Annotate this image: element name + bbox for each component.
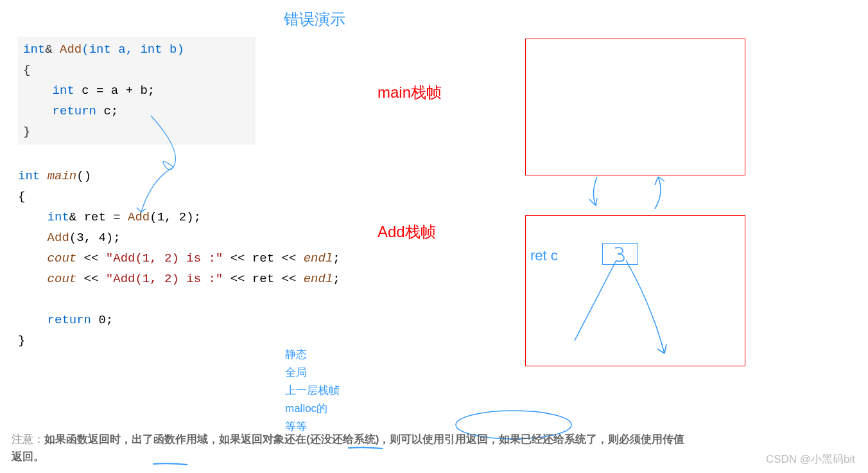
label-main-frame: main栈帧 [378, 82, 442, 103]
error-demo-title: 错误演示 [284, 9, 345, 30]
note-text: 注意：如果函数返回时，出了函数作用域，如果返回对象还在(还没还给系统)，则可以使… [12, 431, 688, 465]
anno-static: 静态 [285, 346, 340, 364]
anno-global: 全局 [285, 364, 340, 382]
main-frame-box [525, 39, 745, 175]
code-block-main: int main() { int& ret = Add(1, 2); Add(3… [18, 166, 340, 351]
ret-c-cell [602, 243, 638, 265]
ret-c-label: ret c [530, 247, 558, 264]
note-prefix: 注意： [12, 433, 44, 445]
anno-malloc: malloc的 [285, 400, 340, 418]
watermark: CSDN @小黑码bit [766, 452, 855, 467]
anno-upper-frame: 上一层栈帧 [285, 382, 340, 400]
note-bold: 如果函数返回时，出了函数作用域，如果返回对象还在(还没还给系统)，则可以使用引用… [12, 433, 684, 463]
add-frame-box [525, 215, 745, 366]
code-block-add: int& Add(int a, int b) { int c = a + b; … [18, 37, 256, 145]
frame-arrows-sketch [578, 174, 681, 222]
t: int [23, 42, 45, 57]
annotation-list: 静态 全局 上一层栈帧 malloc的 等等 [285, 346, 340, 436]
label-add-frame: Add栈帧 [378, 222, 436, 242]
